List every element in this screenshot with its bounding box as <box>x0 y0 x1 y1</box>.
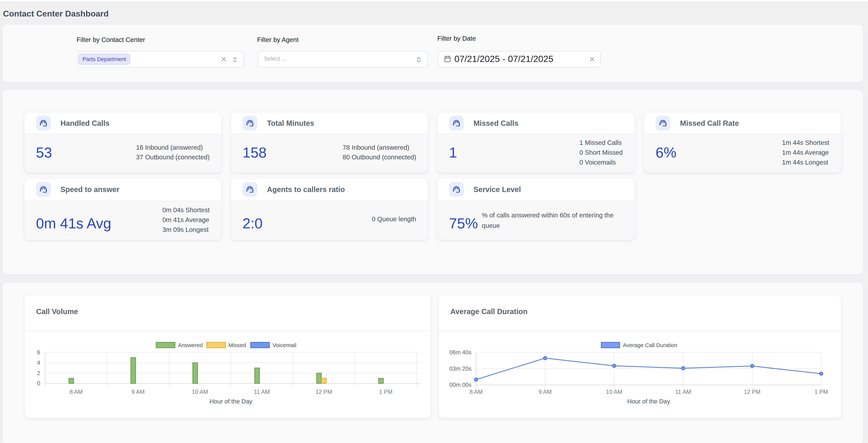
svg-text:8 AM: 8 AM <box>470 389 483 395</box>
svg-text:1 PM: 1 PM <box>815 389 828 395</box>
svg-text:Missed: Missed <box>228 342 246 348</box>
svg-text:9 AM: 9 AM <box>538 389 552 395</box>
svg-text:12 PM: 12 PM <box>744 389 761 395</box>
svg-text:12 PM: 12 PM <box>315 389 332 395</box>
svg-text:Voicemail: Voicemail <box>273 342 296 348</box>
svg-text:0: 0 <box>37 380 40 387</box>
svg-text:Average Call Duration: Average Call Duration <box>623 342 677 348</box>
svg-text:Answered: Answered <box>178 342 203 348</box>
svg-text:2: 2 <box>37 370 40 376</box>
svg-text:11 AM: 11 AM <box>254 389 270 395</box>
svg-text:10 AM: 10 AM <box>606 389 622 395</box>
svg-text:03m 20s: 03m 20s <box>450 365 471 372</box>
svg-text:4: 4 <box>37 359 40 366</box>
svg-text:1 PM: 1 PM <box>379 389 393 395</box>
svg-text:8 AM: 8 AM <box>69 389 83 395</box>
svg-text:6: 6 <box>37 349 40 356</box>
svg-text:Hour of the Day: Hour of the Day <box>210 398 252 405</box>
svg-text:Hour of the Day: Hour of the Day <box>627 398 670 405</box>
svg-text:11 AM: 11 AM <box>675 389 691 395</box>
svg-text:06m 40s: 06m 40s <box>450 349 471 356</box>
svg-text:00m 00s: 00m 00s <box>450 382 471 388</box>
svg-text:10 AM: 10 AM <box>192 389 208 395</box>
svg-text:9 AM: 9 AM <box>131 389 145 395</box>
